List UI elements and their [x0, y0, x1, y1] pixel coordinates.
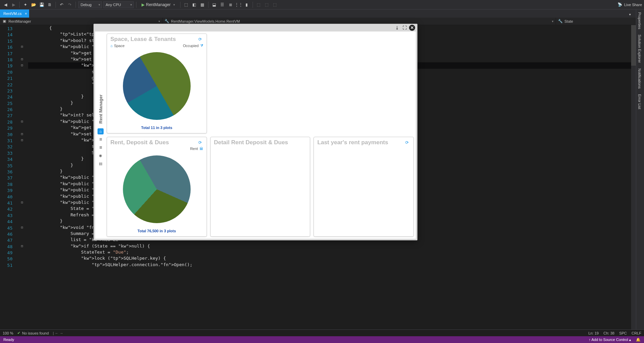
- line-ending[interactable]: CRLF: [631, 331, 641, 335]
- sidebar-db2-icon[interactable]: ≣: [98, 145, 104, 151]
- card-title: Last year's rent payments: [317, 139, 404, 146]
- card-title: Detail Rent Deposit & Dues: [214, 139, 307, 146]
- issues-indicator[interactable]: ✔No issues found: [17, 331, 49, 335]
- card-footer: Total 76,500 in 3 plots: [110, 228, 203, 234]
- tool-icon-7[interactable]: ⋮⋮: [235, 1, 242, 8]
- dashboard-app-label: Rent Manager: [98, 94, 103, 124]
- sidebar-report-icon[interactable]: ▤: [98, 161, 104, 167]
- sidebar-camera-icon[interactable]: ◉: [98, 153, 104, 159]
- main-toolbar: ◀ ▶ ✦ 📂 💾 🗎 ↶ ↷ Debug Any CPU ▶RentManag…: [0, 0, 644, 9]
- sidebar-home-icon[interactable]: ⌂: [98, 128, 104, 134]
- project-icon: ▣: [2, 19, 7, 24]
- editor-statusbar: 100 % ✔No issues found | ← → Ln: 19 Ch: …: [0, 329, 644, 336]
- notifications-icon[interactable]: 🔔: [636, 338, 641, 342]
- tab-rentvm[interactable]: RentVM.cs ×: [0, 9, 29, 18]
- nav-type-label: RentManager.ViewModels.Home.RentVM: [171, 19, 240, 23]
- tool-icon-4[interactable]: ⬓: [211, 1, 218, 8]
- refresh-icon[interactable]: ⟳: [404, 140, 410, 146]
- panel-solution-explorer[interactable]: Solution Explorer: [636, 32, 643, 66]
- nav-scope-label: RentManager: [8, 19, 31, 23]
- start-debug-button[interactable]: ▶RentManager: [139, 1, 178, 8]
- ide-statusbar: Ready ↑ Add to Source Control ▴ 🔔: [0, 336, 644, 343]
- card-detail-rent: Detail Rent Deposit & Dues: [210, 137, 310, 237]
- refresh-icon[interactable]: ⟳: [197, 140, 203, 146]
- zoom-level[interactable]: 100 %: [3, 331, 13, 335]
- tool-icon-5[interactable]: ☰: [219, 1, 226, 8]
- card-space-lease-tenants: Space, Lease & Tenants ⟳ ⌂Space Occupied…: [107, 34, 207, 133]
- dashboard-window: ⭳ ⛶ ✕ Rent Manager ⌂ ≣ ≣ ◉ ▤ Space, Leas…: [93, 24, 417, 240]
- sidebar-db-icon[interactable]: ≣: [98, 136, 104, 143]
- save-icon[interactable]: 💾: [38, 1, 45, 8]
- solution-config-combo[interactable]: Debug: [78, 1, 102, 8]
- dashboard-fullscreen-icon[interactable]: ⛶: [402, 25, 408, 31]
- tool-icon-3[interactable]: ▦: [199, 1, 206, 8]
- caret-line: Ln: 19: [588, 331, 599, 335]
- nav-arrows[interactable]: | ← →: [53, 331, 63, 335]
- right-tool-tabs: Properties Solution Explorer Notificatio…: [636, 9, 644, 329]
- card-title: Space, Lease & Tenants: [110, 36, 197, 43]
- scrollbar-thumb[interactable]: [631, 25, 636, 66]
- pie-chart-rent: [123, 155, 191, 223]
- card-title: Rent, Deposit & Dues: [110, 139, 197, 146]
- filter-icon[interactable]: ⧩: [200, 43, 203, 48]
- panel-properties[interactable]: Properties: [636, 9, 643, 32]
- card-last-year: Last year's rent payments ⟳: [314, 137, 414, 237]
- building-icon[interactable]: 🏛: [199, 147, 203, 151]
- card-right-label: Rent: [190, 147, 198, 151]
- tool-icon-2[interactable]: ◧: [191, 1, 198, 8]
- line-number-gutter: 1314151617181920212223242526272829303132…: [0, 25, 19, 329]
- dashboard-titlebar: ⭳ ⛶ ✕: [94, 24, 417, 31]
- document-tabstrip: RentVM.cs × ▾ ✦: [0, 9, 644, 18]
- nav-member-label: State: [564, 19, 573, 23]
- live-share-button[interactable]: 📡 Live Share: [618, 2, 642, 7]
- open-file-icon[interactable]: 📂: [30, 1, 37, 8]
- check-icon: ✔: [17, 331, 20, 335]
- card-footer: Total 11 in 3 plots: [110, 124, 203, 131]
- tool-icon-11[interactable]: ⬚: [272, 1, 278, 8]
- tool-icon-8[interactable]: ▮: [243, 1, 250, 8]
- scrollbar-map[interactable]: [631, 25, 636, 329]
- tool-icon-9[interactable]: ⬚: [255, 1, 262, 8]
- nav-back-icon[interactable]: ◀: [2, 1, 9, 8]
- panel-error-list[interactable]: Error List: [636, 91, 643, 112]
- redo-icon[interactable]: ↷: [66, 1, 73, 8]
- card-right-label: Occupied: [183, 44, 198, 48]
- tool-icon-1[interactable]: ⬚: [183, 1, 190, 8]
- new-item-icon[interactable]: ✦: [22, 1, 29, 8]
- class-icon: 🔧: [165, 19, 169, 24]
- tool-icon-10[interactable]: ⬚: [263, 1, 270, 8]
- dashboard-download-icon[interactable]: ⭳: [394, 25, 400, 31]
- solution-platform-combo[interactable]: Any CPU: [103, 1, 134, 8]
- indent-mode[interactable]: SPC: [619, 331, 627, 335]
- live-share-label: Live Share: [624, 3, 642, 7]
- save-all-icon[interactable]: 🗎: [46, 1, 53, 8]
- property-icon: 🔧: [558, 19, 563, 24]
- tool-icon-6[interactable]: ≣: [227, 1, 234, 8]
- start-debug-label: RentManager: [146, 2, 171, 7]
- home-icon: ⌂: [110, 44, 113, 48]
- add-source-control[interactable]: ↑ Add to Source Control ▴: [589, 338, 631, 342]
- dashboard-sidebar: Rent Manager ⌂ ≣ ≣ ◉ ▤: [97, 34, 104, 237]
- pie-chart-space: [123, 52, 191, 120]
- issues-label: No issues found: [22, 331, 49, 335]
- upload-icon: ↑: [589, 338, 591, 342]
- undo-icon[interactable]: ↶: [58, 1, 65, 8]
- live-share-icon: 📡: [618, 2, 622, 7]
- tab-overflow-icon[interactable]: ▾: [626, 11, 633, 18]
- nav-fwd-icon[interactable]: ▶: [10, 1, 17, 8]
- dashboard-close-icon[interactable]: ✕: [409, 25, 415, 31]
- tab-close-icon[interactable]: ×: [25, 12, 27, 16]
- card-rent-deposit-dues: Rent, Deposit & Dues ⟳ Rent🏛 Total 76,50…: [107, 137, 207, 237]
- caret-col: Ch: 38: [603, 331, 614, 335]
- tab-label: RentVM.cs: [3, 12, 22, 16]
- fold-gutter[interactable]: ⊟⊟⊟⊟⊟⊟⊟⊟⊟: [19, 25, 25, 329]
- panel-notifications[interactable]: Notifications: [636, 66, 643, 91]
- source-control-label: Add to Source Control: [592, 338, 628, 342]
- card-left-label: Space: [114, 44, 125, 48]
- refresh-icon[interactable]: ⟳: [197, 36, 203, 42]
- nav-member-combo[interactable]: 🔧 State: [556, 18, 644, 25]
- status-ready: Ready: [3, 338, 14, 342]
